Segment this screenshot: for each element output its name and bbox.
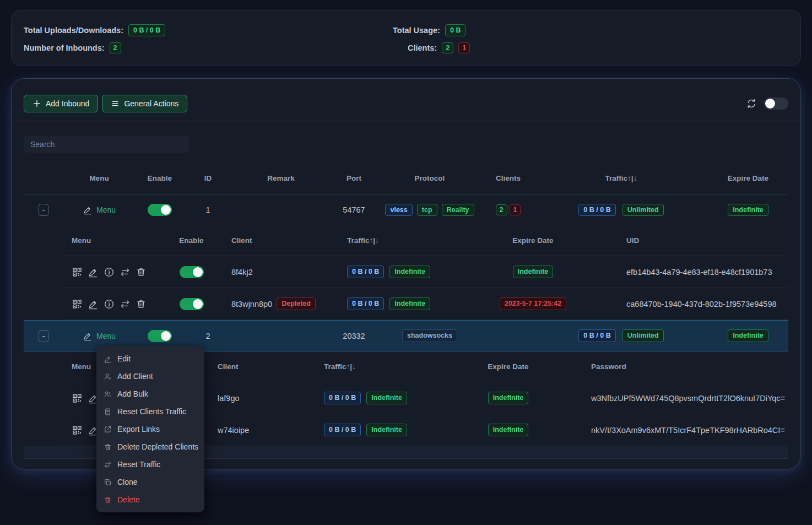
client-name: laf9go xyxy=(204,382,306,414)
traffic-badge: 0 B / 0 B xyxy=(324,392,361,404)
info-icon[interactable] xyxy=(104,267,115,278)
expire-badge: Indefinite xyxy=(728,204,768,217)
inbound-enable-toggle[interactable] xyxy=(148,330,172,342)
clients-depleted-badge: 1 xyxy=(458,42,470,54)
header-traffic-sortable[interactable]: Traffic↑|↓ xyxy=(322,225,446,256)
inbound-enable-toggle[interactable] xyxy=(148,204,172,216)
stat-label: Total Usage: xyxy=(393,26,440,35)
qr-code-icon[interactable] xyxy=(72,425,83,436)
reset-traffic-icon[interactable] xyxy=(120,299,131,310)
inbound-menu-button[interactable]: Menu xyxy=(83,331,116,341)
client-enable-toggle[interactable] xyxy=(180,298,204,310)
swap-icon xyxy=(104,461,112,469)
client-password: nkV/I/3XoAm9v6xMT/T5IcrF4TpeTKF98rHARbRo… xyxy=(581,414,788,446)
client-uid: ca68470b-1940-437d-802b-1f9573e94598 xyxy=(620,288,788,320)
edit-icon[interactable] xyxy=(88,299,99,310)
reset-traffic-icon[interactable] xyxy=(120,267,131,278)
client-row: 8t3wjnn8p0 Depleted 0 B / 0 B Indefinite… xyxy=(63,288,788,320)
header-enable: Enable xyxy=(135,162,185,194)
collapse-row-button[interactable]: - xyxy=(39,330,48,342)
header-uid: UID xyxy=(620,225,788,256)
context-menu-item-delete-depleted-clients[interactable]: Delete Depleted Clients xyxy=(96,438,204,456)
trash-icon[interactable] xyxy=(136,299,147,310)
protocol-badge: vless xyxy=(385,204,412,217)
trash-icon[interactable] xyxy=(136,267,147,278)
inbound-port: 20332 xyxy=(331,321,377,351)
edit-icon xyxy=(83,331,93,341)
traffic-badge: 0 B / 0 B xyxy=(347,297,384,310)
export-icon xyxy=(104,425,112,434)
general-actions-button[interactable]: General Actions xyxy=(102,95,187,112)
toolbar: Add Inbound General Actions xyxy=(12,79,800,121)
client-traffic: 0 B / 0 B Indefinite xyxy=(306,382,435,414)
trash-icon xyxy=(104,443,112,451)
header-traffic-sortable[interactable]: Traffic↑|↓ xyxy=(306,351,435,382)
traffic-badge: 0 B / 0 B xyxy=(578,329,615,342)
header-enable: Enable xyxy=(165,225,218,256)
protocol-badge: tcp xyxy=(417,204,437,217)
edit-icon xyxy=(104,355,112,363)
traffic-expire-badge: Indefinite xyxy=(366,424,407,436)
client-name: w74ioipe xyxy=(204,414,306,446)
inbound-menu-button[interactable]: Menu xyxy=(83,205,116,215)
client-traffic: 0 B / 0 B Indefinite xyxy=(306,414,435,446)
header-expire-date: Expire Date xyxy=(435,351,581,382)
depleted-badge: Depleted xyxy=(277,297,316,310)
stat-label: Number of Inbounds: xyxy=(24,44,105,52)
header-traffic-sortable[interactable]: Traffic↑|↓ xyxy=(534,162,708,194)
traffic-limit-badge: Unlimited xyxy=(622,329,664,342)
search-input[interactable] xyxy=(24,136,189,153)
header-menu: Menu xyxy=(63,225,165,256)
client-traffic: 0 B / 0 B Indefinite xyxy=(322,288,446,320)
client-name-group: 8t3wjnn8p0 Depleted xyxy=(218,288,322,320)
theme-toggle[interactable] xyxy=(764,98,788,110)
context-menu-item-reset-traffic[interactable]: Reset Traffic xyxy=(96,456,204,473)
expire-badge: Indefinite xyxy=(488,424,529,436)
inbound-remark xyxy=(231,195,331,225)
edit-icon xyxy=(83,205,93,215)
stat-number-of-inbounds: Number of Inbounds: 2 xyxy=(24,42,121,54)
inbound-port: 54767 xyxy=(331,195,377,225)
table-header-row: Menu Enable ID Remark Port Protocol Clie… xyxy=(24,162,788,195)
clients-active-badge: 2 xyxy=(442,42,453,54)
context-menu-item-add-client[interactable]: Add Client xyxy=(96,367,204,385)
collapse-row-button[interactable]: - xyxy=(39,204,48,216)
client-name: 8f4kj2 xyxy=(218,256,322,288)
inbound-traffic: 0 B / 0 B Unlimited xyxy=(534,321,708,351)
header-port: Port xyxy=(331,162,377,194)
context-menu-item-delete[interactable]: Delete xyxy=(96,491,204,508)
add-inbound-button[interactable]: Add Inbound xyxy=(24,95,98,112)
toggle-knob xyxy=(161,205,171,215)
context-menu-item-add-bulk[interactable]: Add Bulk xyxy=(96,385,204,403)
stat-value-badge: 0 B xyxy=(445,24,465,37)
refresh-icon[interactable] xyxy=(746,98,757,109)
context-menu-item-clone[interactable]: Clone xyxy=(96,473,204,491)
header-client: Client xyxy=(204,351,306,382)
client-name: 8t3wjnn8p0 xyxy=(231,300,272,308)
qr-code-icon[interactable] xyxy=(72,267,83,278)
header-expire-date: Expire Date xyxy=(708,162,788,194)
context-menu-item-reset-clients-traffic[interactable]: Reset Clients Traffic xyxy=(96,403,204,420)
traffic-badge: 0 B / 0 B xyxy=(324,424,361,436)
header-clients: Clients xyxy=(482,162,534,194)
info-icon[interactable] xyxy=(104,299,115,310)
stat-label: Clients: xyxy=(408,44,437,52)
client-traffic: 0 B / 0 B Indefinite xyxy=(322,256,446,288)
context-menu-item-edit[interactable]: Edit xyxy=(96,350,204,367)
user-add-icon xyxy=(104,372,112,381)
inbound-row-1: - Menu 1 54767 vless tcp Reality xyxy=(24,195,788,225)
inbound-clients-count: 2 1 xyxy=(482,195,534,225)
protocol-badge: shadowsocks xyxy=(402,329,457,342)
toggle-knob xyxy=(193,267,203,277)
header-menu: Menu xyxy=(63,162,135,194)
inbound-remark xyxy=(231,321,331,351)
qr-code-icon[interactable] xyxy=(72,393,83,404)
qr-code-icon[interactable] xyxy=(72,299,83,310)
header-protocol: Protocol xyxy=(377,162,482,194)
client-enable-toggle[interactable] xyxy=(180,266,204,278)
expire-badge: Indefinite xyxy=(728,329,768,342)
traffic-limit-badge: Unlimited xyxy=(622,204,664,217)
context-menu-item-export-links[interactable]: Export Links xyxy=(96,420,204,438)
edit-icon[interactable] xyxy=(88,267,99,278)
toggle-knob xyxy=(193,299,203,309)
